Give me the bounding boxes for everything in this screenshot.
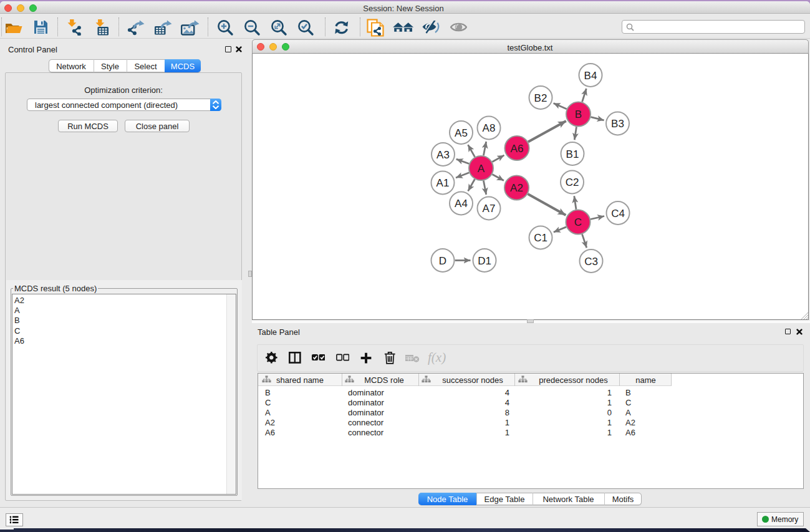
svg-text:A7: A7 xyxy=(483,203,496,215)
svg-text:C: C xyxy=(574,216,582,228)
svg-text:D: D xyxy=(439,255,446,267)
svg-text:A5: A5 xyxy=(455,127,468,139)
svg-text:A2: A2 xyxy=(510,182,523,194)
svg-text:C1: C1 xyxy=(534,232,547,244)
svg-text:A6: A6 xyxy=(511,143,524,155)
svg-text:B1: B1 xyxy=(566,148,579,160)
svg-text:D1: D1 xyxy=(478,255,491,267)
svg-text:C3: C3 xyxy=(584,256,598,268)
svg-text:C2: C2 xyxy=(566,177,579,188)
svg-text:B4: B4 xyxy=(584,70,597,82)
svg-text:A1: A1 xyxy=(436,177,450,189)
svg-text:B3: B3 xyxy=(611,118,624,130)
svg-text:A4: A4 xyxy=(455,198,468,210)
svg-text:A8: A8 xyxy=(483,122,496,134)
svg-text:B: B xyxy=(575,109,582,120)
svg-text:A3: A3 xyxy=(436,149,450,161)
svg-text:A: A xyxy=(478,163,485,175)
svg-text:B2: B2 xyxy=(534,92,547,104)
svg-text:C4: C4 xyxy=(611,208,625,220)
